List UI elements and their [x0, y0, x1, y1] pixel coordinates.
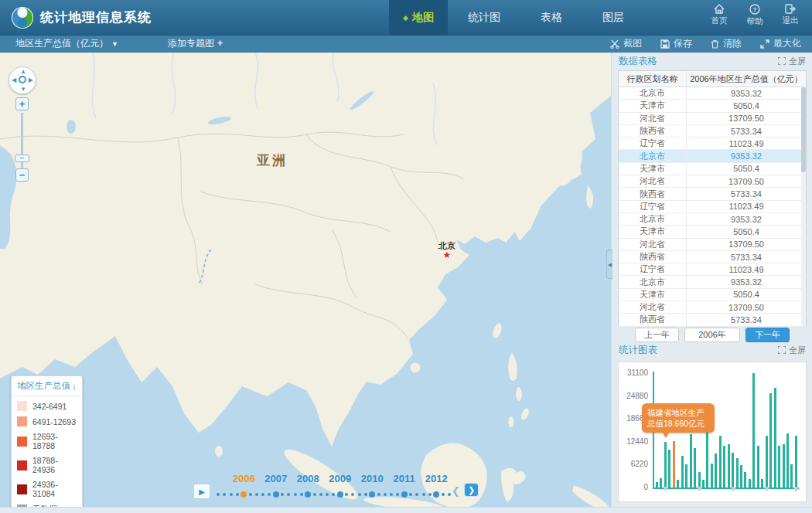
- table-scrollbar[interactable]: [801, 87, 806, 326]
- city-marker-beijing[interactable]: 北京 ★: [430, 240, 464, 258]
- add-thematic-map-button[interactable]: 添加专题图+: [168, 37, 223, 50]
- map-canvas[interactable]: 亚洲 北京 ★ ▲ ▼ ◀ ▶ + − − 地区生产总值 ↓: [0, 53, 611, 507]
- zoom-slider-handle[interactable]: −: [15, 155, 29, 162]
- chart-bar[interactable]: [685, 464, 687, 488]
- table-row[interactable]: 辽宁省11023.49: [619, 138, 806, 150]
- indicator-dropdown[interactable]: 地区生产总值（亿元）▼: [15, 37, 118, 50]
- arrow-down-icon[interactable]: ↓: [72, 382, 77, 391]
- chart-bar[interactable]: [690, 434, 692, 488]
- timeline-year-label-2009[interactable]: 2009: [325, 473, 356, 484]
- map-pan-control[interactable]: ▲ ▼ ◀ ▶: [9, 66, 36, 94]
- timeline-year-dot-2012[interactable]: [433, 491, 439, 498]
- quick-link-首页[interactable]: 首页: [705, 4, 733, 27]
- table-row[interactable]: 河北省13709.50: [619, 113, 806, 125]
- timeline-dot[interactable]: [319, 493, 322, 496]
- quick-link-退出[interactable]: 退出: [776, 4, 804, 27]
- table-row[interactable]: 北京市9353.32: [619, 276, 806, 288]
- pan-left-icon[interactable]: ◀: [12, 76, 16, 83]
- timeline-year-dot-2009[interactable]: [337, 491, 343, 498]
- table-row[interactable]: 河北省13709.50: [619, 301, 806, 314]
- 截图-button[interactable]: 截图: [610, 37, 642, 50]
- timeline-dot[interactable]: [442, 493, 445, 496]
- timeline-year-label-2008[interactable]: 2008: [292, 473, 323, 484]
- quick-link-帮助[interactable]: ?帮助: [741, 4, 769, 27]
- table-row[interactable]: 河北省13709.50: [619, 239, 806, 251]
- tab-表格[interactable]: 表格: [520, 0, 582, 36]
- table-row[interactable]: 北京市9353.32: [619, 213, 806, 226]
- chart-bar[interactable]: [778, 446, 780, 488]
- play-icon[interactable]: ▶: [193, 484, 210, 499]
- table-scrollbar-thumb[interactable]: [801, 87, 806, 172]
- zoom-slider-track[interactable]: [21, 113, 23, 173]
- timeline-dot[interactable]: [390, 493, 393, 496]
- chart-bar[interactable]: [664, 442, 667, 488]
- timeline-dot[interactable]: [422, 493, 425, 496]
- chart-bar[interactable]: [677, 480, 679, 488]
- timeline-year-dot-2011[interactable]: [401, 491, 408, 498]
- chart-bar[interactable]: [783, 444, 785, 488]
- pan-up-icon[interactable]: ▲: [20, 68, 26, 75]
- chart-bar[interactable]: [723, 446, 725, 488]
- timeline-dot[interactable]: [364, 493, 367, 496]
- chart-bar[interactable]: [673, 441, 675, 488]
- 清除-button[interactable]: 清除: [711, 37, 742, 50]
- table-row[interactable]: 陕西省5733.34: [619, 251, 806, 263]
- chart-bar[interactable]: [766, 436, 768, 488]
- timeline-dot[interactable]: [345, 493, 348, 496]
- zoom-out-button[interactable]: −: [15, 168, 29, 182]
- panel-collapse-handle[interactable]: ◀: [606, 250, 612, 279]
- timeline-dot[interactable]: [281, 493, 284, 496]
- timeline-dot[interactable]: [377, 493, 380, 496]
- table-row[interactable]: 辽宁省11023.49: [619, 263, 806, 276]
- chevron-left-icon[interactable]: ❮: [452, 485, 460, 497]
- timeline-year-dot-2006[interactable]: [241, 491, 247, 498]
- chart-bar[interactable]: [719, 436, 722, 488]
- chart-bar[interactable]: [715, 454, 717, 488]
- tab-图层[interactable]: 图层: [582, 0, 644, 36]
- tab-地图[interactable]: ◆地图: [389, 0, 448, 36]
- table-row[interactable]: 陕西省5733.34: [619, 125, 806, 138]
- timeline-dot[interactable]: [326, 493, 329, 496]
- table-row[interactable]: 天津市5050.4: [619, 289, 806, 301]
- chart-bar[interactable]: [660, 478, 662, 488]
- table-row[interactable]: 北京市9353.32: [619, 87, 806, 100]
- chart-bar[interactable]: [761, 479, 763, 488]
- timeline-dot[interactable]: [332, 493, 335, 496]
- timeline-dot[interactable]: [448, 493, 451, 496]
- timeline-dot[interactable]: [358, 493, 361, 496]
- zoom-in-button[interactable]: +: [15, 97, 29, 110]
- pan-right-icon[interactable]: ▶: [29, 76, 33, 83]
- chart-bar[interactable]: [790, 464, 793, 488]
- data-table-fullscreen-button[interactable]: 全屏: [778, 56, 806, 67]
- chart-bar[interactable]: [736, 458, 739, 488]
- chart-bar[interactable]: [694, 448, 696, 488]
- timeline-year-dot-2008[interactable]: [305, 491, 311, 498]
- chart-bar[interactable]: [769, 393, 772, 488]
- tab-统计图[interactable]: 统计图: [448, 0, 520, 36]
- timeline-year-label-2012[interactable]: 2012: [421, 473, 452, 484]
- chart-bar[interactable]: [728, 444, 730, 488]
- timeline-dot[interactable]: [217, 493, 220, 496]
- pan-down-icon[interactable]: ▼: [20, 86, 26, 93]
- chart-bar[interactable]: [732, 453, 734, 488]
- table-row[interactable]: 河北省13709.50: [619, 175, 806, 188]
- next-year-button[interactable]: 下一年: [745, 328, 790, 342]
- chart-bar[interactable]: [656, 482, 658, 488]
- pan-center-icon[interactable]: [19, 76, 26, 83]
- timeline-dot[interactable]: [428, 493, 432, 496]
- timeline-dot[interactable]: [223, 493, 226, 496]
- chart-bar[interactable]: [757, 446, 759, 488]
- timeline-dot[interactable]: [300, 493, 303, 496]
- timeline-dot[interactable]: [384, 493, 387, 496]
- timeline-dot[interactable]: [294, 493, 297, 496]
- timeline-dot[interactable]: [351, 493, 354, 496]
- table-row[interactable]: 天津市5050.4: [619, 226, 806, 238]
- table-row[interactable]: 陕西省5733.34: [619, 314, 806, 326]
- chart-bar[interactable]: [668, 450, 670, 488]
- prev-year-button[interactable]: 上一年: [635, 328, 679, 342]
- timeline-dot[interactable]: [396, 493, 399, 496]
- timeline-dot[interactable]: [268, 493, 271, 496]
- chevron-right-icon[interactable]: ❯: [464, 483, 479, 497]
- timeline-dot[interactable]: [415, 493, 418, 496]
- chart-bar[interactable]: [752, 373, 755, 488]
